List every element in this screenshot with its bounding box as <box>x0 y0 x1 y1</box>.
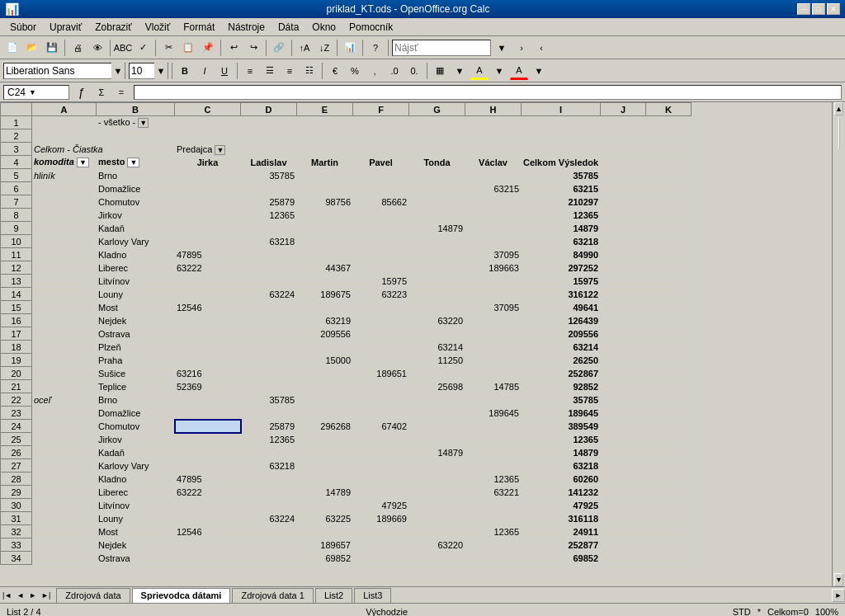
cell-A22[interactable]: oceľ <box>32 393 97 407</box>
cell-A9[interactable] <box>32 222 97 235</box>
menu-zobrazit[interactable]: Zobraziť <box>88 20 139 35</box>
row-header-9[interactable]: 9 <box>1 222 32 235</box>
cell-J30[interactable] <box>601 499 646 512</box>
cell-C25[interactable] <box>175 433 241 446</box>
cell-A24[interactable] <box>32 420 97 433</box>
bg-color-button[interactable]: A <box>470 62 489 80</box>
row-header-30[interactable]: 30 <box>1 499 32 512</box>
col-header-c[interactable]: C <box>175 103 241 116</box>
cell-C33[interactable] <box>175 538 241 552</box>
col-header-j[interactable]: J <box>601 103 646 116</box>
cell-K25[interactable] <box>646 433 692 446</box>
cell-C2[interactable] <box>175 129 241 143</box>
cell-G25[interactable] <box>409 433 465 446</box>
cell-D19[interactable] <box>241 354 297 367</box>
cell-H16[interactable] <box>465 314 522 327</box>
cell-D22[interactable]: 35785 <box>241 393 297 407</box>
cell-G30[interactable] <box>409 499 465 512</box>
col-header-d[interactable]: D <box>241 103 297 116</box>
cell-B16[interactable]: Nejdek <box>97 314 175 327</box>
cell-E29[interactable]: 14789 <box>297 486 353 499</box>
cell-C12[interactable]: 63222 <box>175 261 241 275</box>
cell-I16[interactable]: 126439 <box>522 314 601 327</box>
cell-B1[interactable]: - všetko - ▼ <box>97 116 175 129</box>
cell-I14[interactable]: 316122 <box>522 288 601 301</box>
cell-K10[interactable] <box>646 235 692 248</box>
cell-G29[interactable] <box>409 486 465 499</box>
cell-F10[interactable] <box>353 235 409 248</box>
cell-D4[interactable]: Ladislav <box>241 156 297 169</box>
cell-J28[interactable] <box>601 473 646 486</box>
row-header-27[interactable]: 27 <box>1 459 32 473</box>
font-color-dropdown[interactable]: ▼ <box>530 62 548 80</box>
cell-C11[interactable]: 47895 <box>175 248 241 261</box>
bold-button[interactable]: B <box>176 62 194 80</box>
cell-I25[interactable]: 12365 <box>522 433 601 446</box>
cell-F9[interactable] <box>353 222 409 235</box>
cell-I26[interactable]: 14879 <box>522 446 601 459</box>
cell-K3[interactable] <box>646 143 692 156</box>
cell-H34[interactable] <box>465 552 522 565</box>
help-button[interactable]: ? <box>366 39 385 57</box>
menu-data[interactable]: Dáta <box>271 20 305 35</box>
menu-pomocnik[interactable]: Pomocník <box>342 20 399 35</box>
cell-J3[interactable] <box>601 143 646 156</box>
cell-H19[interactable] <box>465 354 522 367</box>
cell-K22[interactable] <box>646 393 692 407</box>
cell-J22[interactable] <box>601 393 646 407</box>
cell-I5[interactable]: 35785 <box>522 169 601 182</box>
row-header-21[interactable]: 21 <box>1 380 32 393</box>
align-left-button[interactable]: ≡ <box>241 62 259 80</box>
cell-B12[interactable]: Liberec <box>97 261 175 275</box>
cell-J20[interactable] <box>601 367 646 380</box>
tab-first-button[interactable]: |◄ <box>0 590 14 600</box>
cell-D20[interactable] <box>241 367 297 380</box>
cell-F27[interactable] <box>353 459 409 473</box>
row-header-4[interactable]: 4 <box>1 156 32 169</box>
menu-subor[interactable]: Súbor <box>3 20 43 35</box>
cell-G1[interactable] <box>409 116 465 129</box>
cell-A28[interactable] <box>32 473 97 486</box>
cell-D26[interactable] <box>241 446 297 459</box>
cell-H23[interactable]: 189645 <box>465 407 522 420</box>
tab-prev-button[interactable]: ◄ <box>14 590 26 600</box>
cell-E11[interactable] <box>297 248 353 261</box>
cell-B9[interactable]: Kadaň <box>97 222 175 235</box>
cut-button[interactable]: ✂ <box>159 39 177 57</box>
search-go-button[interactable]: ▼ <box>493 39 511 57</box>
cell-C29[interactable]: 63222 <box>175 486 241 499</box>
col-header-b[interactable]: B <box>97 103 175 116</box>
cell-A1[interactable] <box>32 116 97 129</box>
cell-K1[interactable] <box>646 116 692 129</box>
cell-K28[interactable] <box>646 473 692 486</box>
cell-A30[interactable] <box>32 499 97 512</box>
cell-F21[interactable] <box>353 380 409 393</box>
cell-F30[interactable]: 47925 <box>353 499 409 512</box>
cell-C5[interactable] <box>175 169 241 182</box>
row-header-28[interactable]: 28 <box>1 473 32 486</box>
cell-K5[interactable] <box>646 169 692 182</box>
cell-H17[interactable] <box>465 327 522 341</box>
cell-H31[interactable] <box>465 512 522 525</box>
cell-D25[interactable]: 12365 <box>241 433 297 446</box>
spell-button[interactable]: ABC <box>114 39 132 57</box>
copy-button[interactable]: 📋 <box>179 39 197 57</box>
cell-C20[interactable]: 63216 <box>175 367 241 380</box>
cell-J13[interactable] <box>601 275 646 288</box>
cell-K27[interactable] <box>646 459 692 473</box>
cell-G27[interactable] <box>409 459 465 473</box>
cell-E20[interactable] <box>297 367 353 380</box>
cell-J6[interactable] <box>601 182 646 195</box>
cell-J34[interactable] <box>601 552 646 565</box>
cell-F33[interactable] <box>353 538 409 552</box>
cell-K31[interactable] <box>646 512 692 525</box>
font-name-input[interactable] <box>4 63 111 78</box>
align-center-button[interactable]: ☰ <box>261 62 279 80</box>
cell-F11[interactable] <box>353 248 409 261</box>
cell-D14[interactable]: 63224 <box>241 288 297 301</box>
hyperlink-button[interactable]: 🔗 <box>270 39 288 57</box>
row-header-20[interactable]: 20 <box>1 367 32 380</box>
row-header-19[interactable]: 19 <box>1 354 32 367</box>
cell-J15[interactable] <box>601 301 646 314</box>
cell-J27[interactable] <box>601 459 646 473</box>
